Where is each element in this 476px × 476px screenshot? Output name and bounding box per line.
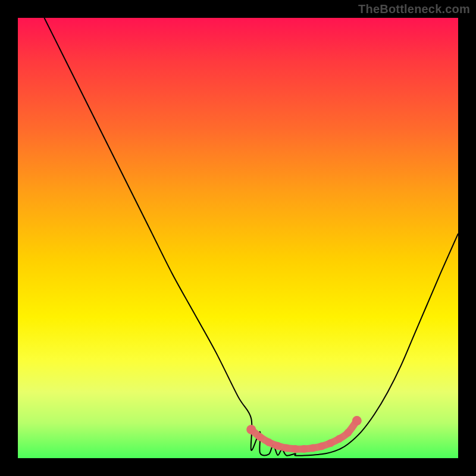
marker-point xyxy=(274,442,281,450)
marker-point xyxy=(283,444,290,452)
marker-point xyxy=(265,439,273,446)
chart-frame: TheBottleneck.com xyxy=(0,0,476,476)
marker-point xyxy=(256,433,264,441)
marker-point xyxy=(352,416,362,425)
marker-point xyxy=(327,439,334,447)
marker-point xyxy=(300,445,308,453)
plot-area xyxy=(18,18,458,458)
curve-layer xyxy=(44,18,458,456)
bottleneck-curve xyxy=(44,18,458,456)
marker-point xyxy=(292,445,299,453)
marker-point xyxy=(318,443,325,450)
marker-point xyxy=(336,435,343,443)
chart-svg xyxy=(18,18,458,458)
watermark-label: TheBottleneck.com xyxy=(358,2,470,16)
marker-point xyxy=(246,425,256,434)
marker-point xyxy=(345,429,352,437)
marker-point xyxy=(309,444,317,452)
